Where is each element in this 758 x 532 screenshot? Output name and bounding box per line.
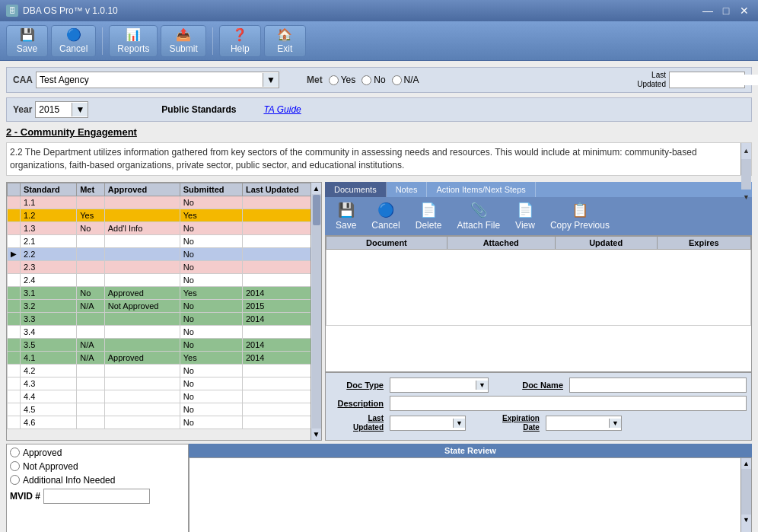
approved-cell: Add'l Info: [104, 221, 180, 234]
approved-radio[interactable]: [10, 448, 20, 457]
std-cell: 1.1: [21, 196, 77, 209]
table-scroll-down[interactable]: ▼: [311, 428, 322, 440]
met-yes-option[interactable]: Yes: [329, 75, 356, 85]
help-button[interactable]: ❓ Help: [219, 25, 261, 57]
submitted-cell: Yes: [180, 286, 242, 299]
table-row[interactable]: 1.2YesYes: [8, 209, 321, 221]
approved-cell: [104, 273, 180, 286]
table-row[interactable]: ▶2.2No: [8, 247, 321, 260]
tab-notes[interactable]: Notes: [387, 182, 428, 197]
table-scroll-thumb[interactable]: [313, 195, 320, 225]
met-na-option[interactable]: N/A: [392, 75, 419, 85]
table-scroll-up[interactable]: ▲: [311, 183, 322, 194]
state-review-scroll-up[interactable]: ▲: [741, 458, 751, 469]
tab-documents[interactable]: Documents: [325, 182, 387, 197]
expiration-date-select[interactable]: ▼: [546, 416, 622, 431]
cancel-button[interactable]: 🔵 Cancel: [51, 25, 96, 57]
approved-cell: [104, 416, 180, 428]
description-input[interactable]: [390, 396, 747, 411]
last-updated-input[interactable]: [670, 75, 758, 85]
met-cell: N/A: [77, 299, 105, 312]
doc-name-input[interactable]: [569, 377, 747, 393]
met-no-option[interactable]: No: [361, 75, 385, 85]
last-updated-date-select[interactable]: ▼: [390, 416, 466, 431]
help-icon: ❓: [232, 27, 247, 42]
ta-guide-link[interactable]: TA Guide: [263, 104, 301, 115]
not-approved-radio[interactable]: [10, 461, 20, 471]
met-cell: [77, 247, 105, 260]
table-row[interactable]: 4.2No: [8, 364, 321, 377]
last-updated-header: Last Updated: [242, 183, 320, 196]
table-row[interactable]: 2.1No: [8, 234, 321, 247]
table-row[interactable]: 2.3No: [8, 260, 321, 273]
doc-type-arrow[interactable]: ▼: [476, 381, 488, 390]
state-review-textarea[interactable]: [190, 458, 740, 532]
docs-delete-button[interactable]: 📄 Delete: [411, 200, 447, 232]
lastupdated-cell: [242, 416, 320, 428]
mvid-row: MVID #: [10, 489, 185, 504]
year-arrow[interactable]: ▼: [72, 103, 88, 116]
table-row[interactable]: 1.3NoAdd'l InfoNo: [8, 221, 321, 234]
table-row[interactable]: 4.1N/AApprovedYes2014: [8, 351, 321, 364]
caa-label: CAA: [13, 75, 33, 85]
exit-button[interactable]: 🏠 Exit: [264, 25, 306, 57]
description-scrollbar[interactable]: ▲ ▼: [740, 143, 751, 175]
doc-type-select[interactable]: ▼: [390, 377, 489, 393]
expiration-date-arrow[interactable]: ▼: [609, 419, 621, 428]
docs-view-button[interactable]: 📄 View: [511, 200, 540, 232]
scroll-down-arrow[interactable]: ▼: [741, 193, 751, 202]
docs-attach-icon: 📎: [470, 202, 487, 218]
docs-cancel-button[interactable]: 🔵 Cancel: [367, 200, 404, 232]
additional-info-radio[interactable]: [10, 475, 20, 485]
state-review-scroll-down[interactable]: ▼: [741, 514, 751, 525]
table-row[interactable]: 3.5N/ANo2014: [8, 338, 321, 351]
table-row[interactable]: 4.6No: [8, 416, 321, 428]
table-row[interactable]: 1.1No: [8, 196, 321, 209]
submit-button[interactable]: 📤 Submit: [161, 25, 205, 57]
submitted-cell: No: [180, 377, 242, 390]
maximize-button[interactable]: □: [718, 5, 734, 17]
docs-view-icon: 📄: [517, 202, 533, 218]
caa-dropdown-arrow[interactable]: ▼: [263, 73, 279, 87]
approved-option[interactable]: Approved: [10, 448, 185, 458]
save-button[interactable]: 💾 Save: [6, 25, 48, 57]
table-row[interactable]: 3.2N/ANot ApprovedNo2015: [8, 299, 321, 312]
docs-attach-button[interactable]: 📎 Attach File: [452, 200, 505, 232]
table-row[interactable]: 4.3No: [8, 377, 321, 390]
scroll-up-arrow[interactable]: ▲: [741, 146, 751, 156]
mvid-input[interactable]: [43, 489, 150, 504]
std-cell: 4.2: [21, 364, 77, 377]
docs-table-container: Document Attached Updated Expires: [325, 235, 752, 372]
additional-info-option[interactable]: Additional Info Needed: [10, 475, 185, 486]
docs-save-button[interactable]: 💾 Save: [331, 200, 361, 232]
year-label: Year: [13, 104, 32, 115]
met-no-radio[interactable]: [361, 75, 371, 85]
submitted-cell: No: [180, 338, 242, 351]
reports-button[interactable]: 📊 Reports: [109, 25, 158, 57]
mvid-label: MVID #: [10, 491, 40, 502]
table-row[interactable]: 3.1NoApprovedYes2014: [8, 286, 321, 299]
approved-cell: [104, 377, 180, 390]
approved-cell: [104, 390, 180, 403]
toolbar: 💾 Save 🔵 Cancel 📊 Reports 📤 Submit ❓ Hel…: [0, 21, 758, 61]
doc-empty-row: [326, 249, 751, 325]
minimize-button[interactable]: —: [700, 5, 715, 17]
met-na-radio[interactable]: [392, 75, 402, 85]
docs-copy-previous-button[interactable]: 📋 Copy Previous: [546, 200, 614, 232]
table-row[interactable]: 3.3No2014: [8, 312, 321, 325]
caa-input[interactable]: [37, 75, 263, 85]
table-row[interactable]: 3.4No: [8, 325, 321, 338]
last-updated-date-arrow[interactable]: ▼: [453, 419, 465, 428]
table-row[interactable]: 4.4No: [8, 390, 321, 403]
table-row[interactable]: 4.5No: [8, 403, 321, 416]
close-button[interactable]: ✕: [737, 5, 752, 17]
met-cell: [77, 196, 105, 209]
tab-action-items[interactable]: Action Items/Next Steps: [427, 182, 535, 197]
table-scroll-track: [312, 194, 321, 428]
description-row: Description: [330, 396, 747, 411]
met-yes-radio[interactable]: [329, 75, 339, 85]
not-approved-option[interactable]: Not Approved: [10, 461, 185, 472]
doc-col: Document: [326, 236, 447, 249]
std-cell: 3.4: [21, 325, 77, 338]
table-row[interactable]: 2.4No: [8, 273, 321, 286]
